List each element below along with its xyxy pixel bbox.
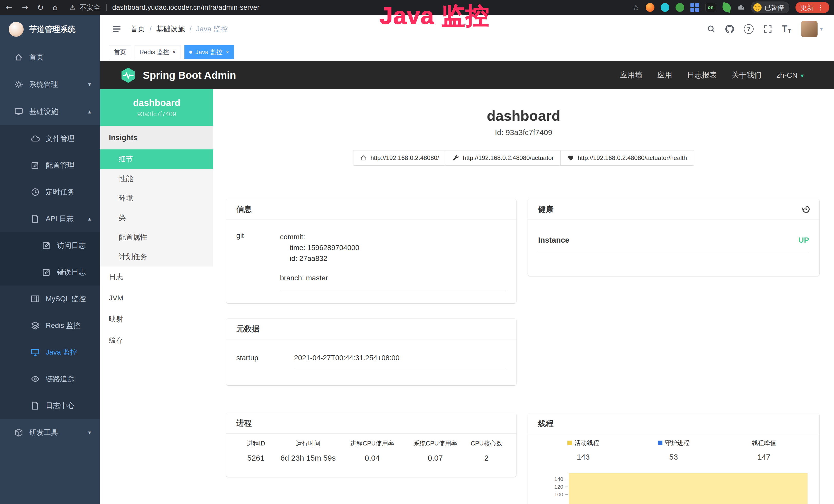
breadcrumb-infra[interactable]: 基础设施 bbox=[145, 24, 185, 34]
sba-menu-jvm[interactable]: JVM bbox=[100, 288, 213, 308]
url-text: dashboard.yudao.iocoder.cn/infra/admin-s… bbox=[112, 4, 259, 12]
threads-chart-yaxis: 140 120 100 bbox=[538, 475, 568, 504]
sba-main: dashboard Id: 93a3fc7f7409 http://192.16… bbox=[213, 89, 834, 504]
sidebar-menu: 首页 系统管理 基础设施 文件管理 配置管理 bbox=[0, 44, 100, 446]
document-icon bbox=[31, 401, 40, 410]
cards-column-right: 健康 Instance UP 线程 bbox=[528, 199, 819, 504]
sidebar-item-redis-monitor[interactable]: Redis 监控 bbox=[0, 312, 100, 339]
help-icon[interactable]: ? bbox=[744, 24, 753, 34]
box-icon bbox=[14, 428, 23, 437]
legend-live-threads: 活动线程 143 bbox=[538, 439, 629, 461]
breadcrumb-home[interactable]: 首页 bbox=[130, 24, 145, 34]
instance-subtitle: Id: 93a3fc7f7409 bbox=[213, 128, 834, 137]
threads-card-title: 线程 bbox=[528, 413, 819, 434]
sba-menu-environment[interactable]: 环境 bbox=[100, 188, 213, 208]
sidebar-item-scheduled-jobs[interactable]: 定时任务 bbox=[0, 179, 100, 205]
sba-language-select[interactable]: zh-CN bbox=[776, 71, 804, 79]
home-icon bbox=[360, 155, 367, 161]
sba-menu-caches[interactable]: 缓存 bbox=[100, 330, 213, 351]
actuator-url-link[interactable]: http://192.168.0.2:48080/actuator bbox=[446, 150, 561, 166]
sidebar-item-mysql-monitor[interactable]: MySQL 监控 bbox=[0, 285, 100, 312]
info-card-body: git commit: time: 1596289704000 id: 27aa… bbox=[226, 220, 516, 303]
security-warning-icon bbox=[70, 4, 75, 12]
sba-menu-scheduled-tasks[interactable]: 计划任务 bbox=[100, 247, 213, 267]
reload-icon[interactable] bbox=[37, 3, 44, 12]
header-actions: ? bbox=[707, 21, 823, 37]
avatar-image bbox=[801, 21, 817, 37]
git-commit-line: commit: bbox=[280, 232, 506, 243]
sidebar-item-dev-tools[interactable]: 研发工具 bbox=[0, 419, 100, 446]
tab-redis-monitor[interactable]: Redis 监控 bbox=[135, 45, 181, 59]
health-url-link[interactable]: http://192.168.0.2:48080/actuator/health bbox=[561, 150, 694, 166]
sidebar-item-access-logs[interactable]: 访问日志 bbox=[0, 232, 100, 259]
sba-menu-beans[interactable]: 类 bbox=[100, 208, 213, 228]
sidebar-item-home[interactable]: 首页 bbox=[0, 44, 100, 71]
browser-home-icon[interactable] bbox=[52, 3, 58, 12]
active-dot bbox=[189, 51, 192, 54]
font-size-icon[interactable] bbox=[782, 24, 791, 35]
hamburger-icon[interactable] bbox=[111, 24, 122, 34]
profile-paused-badge[interactable]: 已暂停 bbox=[751, 2, 789, 13]
sba-nav-about[interactable]: 关于我们 bbox=[732, 70, 762, 81]
sba-instance-block[interactable]: dashboard 93a3fc7f7409 bbox=[100, 89, 213, 126]
extension-orange-icon[interactable] bbox=[646, 3, 655, 12]
layers-icon bbox=[31, 321, 40, 330]
browser-nav-buttons bbox=[0, 3, 58, 12]
metadata-card: 元数据 startup 2021-04-27T00:44:31.254+08:0… bbox=[226, 319, 516, 385]
cloud-icon bbox=[31, 134, 40, 143]
sba-menu-logging[interactable]: 日志 bbox=[100, 267, 213, 288]
close-icon[interactable] bbox=[225, 48, 229, 56]
extensions-puzzle-icon[interactable] bbox=[737, 4, 745, 11]
sidebar-item-api-logs[interactable]: API 日志 bbox=[0, 205, 100, 232]
sba-nav-journal[interactable]: 日志报表 bbox=[687, 70, 717, 81]
extension-on-badge[interactable]: on bbox=[705, 3, 716, 12]
search-icon[interactable] bbox=[707, 25, 716, 33]
sba-nav-wallboard[interactable]: 应用墙 bbox=[620, 70, 642, 81]
tab-home[interactable]: 首页 bbox=[109, 45, 131, 59]
app-logo-row[interactable]: 芋道管理系统 bbox=[0, 15, 100, 44]
sidebar-item-java-monitor[interactable]: Java 监控 bbox=[0, 339, 100, 366]
edit-icon bbox=[31, 161, 40, 170]
sidebar-item-tracing[interactable]: 链路追踪 bbox=[0, 366, 100, 392]
sidebar-item-config-mgmt[interactable]: 配置管理 bbox=[0, 152, 100, 179]
browser-menu-icon[interactable] bbox=[817, 4, 824, 11]
sba-nav-applications[interactable]: 应用 bbox=[657, 70, 672, 81]
edit-doc-icon bbox=[42, 241, 51, 250]
sba-menu-mappings[interactable]: 映射 bbox=[100, 308, 213, 330]
annotation-text: Java 监控 bbox=[380, 0, 489, 32]
breadcrumb: 首页 基础设施 Java 监控 bbox=[130, 24, 228, 34]
sidebar-item-file-mgmt[interactable]: 文件管理 bbox=[0, 125, 100, 152]
history-icon[interactable] bbox=[802, 205, 811, 214]
sba-menu-details[interactable]: 细节 bbox=[100, 150, 213, 169]
extension-leaf-icon[interactable] bbox=[721, 2, 732, 13]
sba-brand[interactable]: Spring Boot Admin bbox=[100, 67, 236, 84]
process-table: 进程ID 5261 运行时间 6d 23h 15m 59s 进程CPU使用率 0… bbox=[236, 439, 506, 462]
close-icon[interactable] bbox=[172, 48, 176, 56]
sba-menu-group: 细节 性能 环境 类 配置属性 计划任务 bbox=[100, 150, 213, 267]
user-avatar[interactable] bbox=[801, 21, 823, 37]
extension-teal-icon[interactable] bbox=[661, 3, 670, 12]
edit-doc-icon bbox=[42, 268, 51, 276]
app-logo bbox=[9, 22, 24, 37]
back-icon[interactable] bbox=[6, 3, 13, 12]
chrome-update-button[interactable]: 更新 bbox=[795, 2, 829, 13]
sba-menu-config-props[interactable]: 配置属性 bbox=[100, 228, 213, 247]
breadcrumb-current: Java 监控 bbox=[185, 24, 228, 34]
tab-java-monitor[interactable]: Java 监控 bbox=[184, 45, 234, 59]
service-url-link[interactable]: http://192.168.0.2:48080/ bbox=[353, 150, 446, 166]
sidebar-item-infra[interactable]: 基础设施 bbox=[0, 98, 100, 125]
forward-icon[interactable] bbox=[21, 3, 28, 12]
extension-grid-icon[interactable] bbox=[690, 3, 699, 12]
sba-menu-metrics[interactable]: 性能 bbox=[100, 169, 213, 188]
health-instance-row[interactable]: Instance UP bbox=[538, 236, 809, 252]
address-bar[interactable]: 不安全 dashboard.yudao.iocoder.cn/infra/adm… bbox=[70, 3, 260, 12]
live-threads-area bbox=[569, 473, 808, 504]
bookmark-star-icon[interactable] bbox=[632, 3, 640, 12]
sidebar-item-log-center[interactable]: 日志中心 bbox=[0, 392, 100, 419]
cards-column-left: 信息 git commit: time: 1596289704000 id: 2… bbox=[226, 199, 516, 477]
sidebar-item-error-logs[interactable]: 错误日志 bbox=[0, 259, 100, 285]
sidebar-item-system[interactable]: 系统管理 bbox=[0, 71, 100, 98]
fullscreen-icon[interactable] bbox=[763, 25, 772, 33]
github-icon[interactable] bbox=[725, 25, 734, 33]
extension-green-icon[interactable] bbox=[676, 3, 684, 12]
